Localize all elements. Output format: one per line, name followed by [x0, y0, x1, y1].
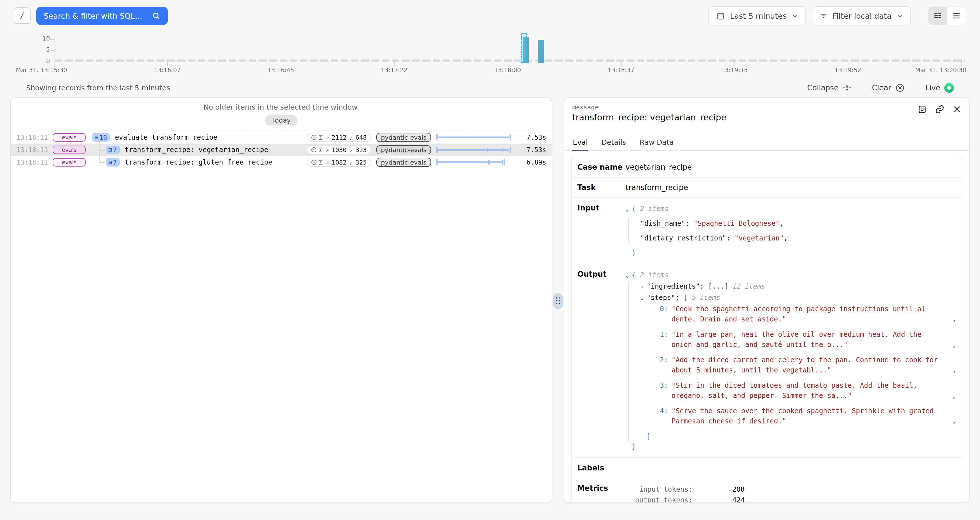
coin-icon: [310, 134, 317, 141]
local-filter-label: Filter local data: [832, 12, 891, 21]
tree-list-icon: [934, 12, 942, 20]
showing-records-text: Showing records from the last 5 minutes: [26, 84, 170, 92]
x-axis-label: 13:17:22: [381, 67, 407, 74]
panel-resize-handle[interactable]: [553, 293, 563, 309]
steps-item: 4:"Serve the sauce over the cooked spagh…: [655, 406, 956, 426]
x-axis-label: 13:16:45: [267, 67, 294, 74]
live-indicator-icon: [944, 83, 954, 93]
span-count-badge[interactable]: ⊟16: [92, 133, 110, 142]
labels-label: Labels: [572, 458, 625, 478]
local-filter-dropdown[interactable]: Filter local data: [811, 6, 911, 25]
y-axis-label: 5: [10, 46, 50, 53]
tab-details[interactable]: Details: [601, 135, 627, 151]
y-axis-tick: [51, 51, 54, 51]
y-axis-label: 0: [10, 58, 50, 65]
input-arrow-icon: ↗: [325, 159, 329, 166]
trace-row[interactable]: 13:18:11 evals ⊟16 evaluate transform_re…: [11, 131, 552, 144]
x-axis-tick: [848, 59, 848, 66]
row-timestamp: 13:18:11: [16, 159, 48, 166]
metrics-label: Metrics: [572, 478, 625, 503]
trace-row[interactable]: 13:18:11 evals ⊞7 transform_recipe: vege…: [11, 144, 552, 156]
trace-row[interactable]: 13:18:11 evals ⊞7 transform_recipe: glut…: [11, 156, 552, 168]
service-tag[interactable]: pydantic-evals: [376, 133, 431, 142]
clear-button[interactable]: Clear: [872, 83, 905, 93]
time-range-label: Last 5 minutes: [730, 12, 787, 21]
expand-chevron-icon[interactable]: ›: [640, 282, 646, 291]
tab-raw-data[interactable]: Raw Data: [639, 135, 674, 151]
output-arrow-icon: ↙: [349, 146, 353, 154]
close-icon[interactable]: [953, 105, 961, 114]
task-value: transform_recipe: [625, 178, 962, 197]
status-row: Showing records from the last 5 minutes …: [0, 78, 980, 94]
collapse-square-icon: ⊟: [95, 135, 99, 141]
x-axis-tick: [735, 59, 735, 66]
row-duration: 7.53s: [518, 146, 546, 154]
duration-bar: [436, 134, 513, 141]
service-tag[interactable]: pydantic-evals: [376, 145, 431, 154]
tree-view-toggle[interactable]: [928, 7, 947, 25]
token-usage-pill: Σ↗2112↙648: [307, 133, 371, 142]
input-label: Input: [572, 198, 625, 264]
x-axis-label: Mar 31. 13:15:30: [16, 67, 67, 74]
span-count-badge[interactable]: ⊞7: [106, 158, 120, 166]
x-axis-label: 13:19:15: [721, 67, 748, 74]
search-button[interactable]: Search & filter with SQL...: [36, 7, 168, 25]
token-usage-pill: Σ↗1030↙323: [307, 145, 371, 154]
span-count-badge[interactable]: ⊞7: [106, 146, 120, 154]
sigma-icon: Σ: [319, 134, 323, 141]
records-histogram: 1050Mar 31. 13:15:3013:16:0713:16:4513:1…: [0, 32, 980, 78]
collapse-label: Collapse: [807, 84, 838, 92]
tab-eval[interactable]: Eval: [572, 135, 589, 151]
row-duration: 7.53s: [518, 134, 546, 141]
tree-connector: [99, 162, 105, 163]
copy-link-icon[interactable]: [935, 105, 944, 114]
output-json-tree: ⌄{ 2 items›"ingredients": [...] 12 items…: [625, 264, 962, 457]
case-name-value: vegetarian_recipe: [625, 157, 962, 177]
steps-item: 1:"In a large pan, heat the olive oil ov…: [655, 330, 956, 350]
input-arrow-icon: ↗: [325, 146, 329, 154]
list-view-toggle[interactable]: [947, 7, 966, 25]
input-arrow-icon: ↗: [325, 134, 329, 141]
output-arrow-icon: ↙: [349, 159, 353, 166]
collapse-chevron-icon[interactable]: ⌄: [640, 294, 646, 302]
x-axis-tick: [394, 59, 395, 66]
live-toggle[interactable]: Live: [925, 83, 954, 93]
x-axis-tick: [508, 59, 508, 66]
duration-bar: [436, 159, 513, 166]
tree-connector: [99, 150, 105, 151]
x-axis-tick: [54, 59, 54, 66]
detail-tabs: EvalDetailsRaw Data: [564, 135, 969, 151]
pin-to-drawer-icon[interactable]: [918, 105, 927, 114]
x-axis-tick: [167, 59, 168, 66]
tree-connector: [99, 142, 100, 162]
empty-buckets-dashes: [55, 59, 965, 62]
y-axis-label: 10: [10, 35, 50, 42]
time-range-dropdown[interactable]: Last 5 minutes: [708, 6, 806, 25]
row-timestamp: 13:18:11: [16, 134, 48, 141]
row-tag-evals[interactable]: evals: [53, 133, 86, 142]
x-axis-label: 13:18:37: [608, 67, 634, 74]
coin-icon: [310, 146, 317, 153]
collapse-button[interactable]: Collapse: [807, 83, 851, 92]
calendar-icon: [716, 12, 725, 20]
histogram-bar[interactable]: [538, 40, 544, 63]
input-json-tree: ⌄{ 2 items"dish_name": "Spaghetti Bologn…: [625, 198, 962, 264]
detail-panel: message transform_recipe: vegetarian_rec…: [564, 97, 970, 503]
collapse-chevron-icon[interactable]: ⌄: [625, 271, 632, 279]
row-title: transform_recipe: gluten_free_recipe: [125, 159, 272, 166]
duration-bar: [436, 146, 513, 153]
metric-row: output_tokens:424: [625, 495, 956, 503]
collapse-chevron-icon[interactable]: ⌄: [625, 205, 632, 213]
detail-body: Case name vegetarian_recipe Task transfo…: [564, 151, 969, 503]
collapse-arrows-icon: [842, 83, 851, 92]
row-tag-evals[interactable]: evals: [53, 146, 86, 154]
sigma-icon: Σ: [319, 146, 323, 154]
hamburger-lines-icon: [952, 12, 961, 20]
service-tag[interactable]: pydantic-evals: [376, 158, 431, 167]
row-tag-evals[interactable]: evals: [53, 158, 86, 166]
selected-bucket-outline: [521, 33, 527, 63]
x-axis-tick: [281, 59, 281, 66]
main-area: No older items in the selected time wind…: [0, 94, 980, 509]
search-icon: [152, 12, 161, 20]
x-axis-label: 13:19:52: [835, 67, 861, 74]
